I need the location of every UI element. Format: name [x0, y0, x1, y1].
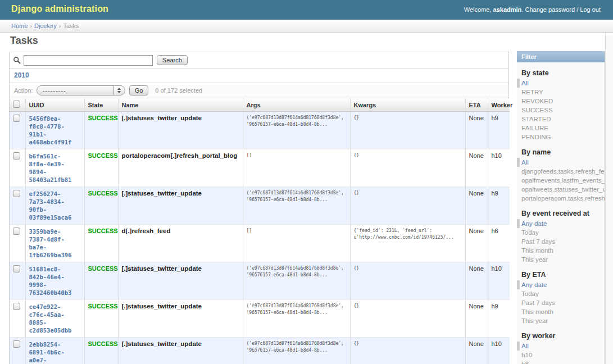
- filter-option-link[interactable]: h10: [521, 352, 532, 358]
- row-checkbox[interactable]: [13, 190, 20, 197]
- date-hierarchy-year-link[interactable]: 2010: [14, 71, 29, 79]
- uuid-line: 7387-4d8f-: [29, 235, 81, 243]
- filter-option-link[interactable]: This month: [521, 247, 553, 254]
- filter-option-link[interactable]: This year: [521, 317, 548, 324]
- uuid-line: 3359ba9e-: [29, 228, 81, 235]
- uuid-link[interactable]: 5456f8ea-f8c8-4778-91b1-a468abc4f91f: [29, 115, 81, 146]
- uuid-line: 9998-: [29, 281, 81, 289]
- select-all-checkbox[interactable]: [13, 101, 20, 108]
- uuid-line: 8885-: [29, 319, 81, 326]
- filter-option-link[interactable]: This year: [521, 256, 548, 263]
- table-row: 51681ec8-842b-46e4-9998-7632460b40b3SUCC…: [10, 262, 510, 300]
- filter-option-link[interactable]: opaltweets.statuses_twitter_upd: [521, 186, 605, 193]
- uuid-line: a0e7-: [29, 356, 81, 364]
- filter-option-link[interactable]: All: [521, 343, 529, 349]
- uuid-line: 7632460b40b3: [29, 289, 81, 297]
- filter-option-link[interactable]: All: [521, 80, 529, 87]
- logout-link[interactable]: Log out: [580, 6, 601, 13]
- filter-option-link[interactable]: Any date: [521, 220, 547, 227]
- uuid-cell: 3359ba9e-7387-4d8f-ba7e-1fb6269ba396: [25, 225, 84, 262]
- row-checkbox[interactable]: [13, 303, 20, 310]
- uuid-link[interactable]: ef256274-7a73-4834-90fb-03f89e15aca6: [29, 190, 81, 221]
- column-header-uuid[interactable]: UUID: [25, 98, 84, 112]
- filter-option-link[interactable]: Past 7 days: [521, 238, 555, 245]
- row-checkbox[interactable]: [13, 265, 20, 272]
- filter-option-link[interactable]: RETRY: [521, 89, 543, 95]
- filter-sections: By stateAllRETRYREVOKEDSUCCESSSTARTEDFAI…: [517, 69, 605, 364]
- filter-option-link[interactable]: djangofeeds.tasks.refresh_feed: [521, 168, 605, 175]
- state-cell: SUCCESS: [84, 149, 118, 187]
- vertical-scrollbar[interactable]: [605, 33, 613, 364]
- kwargs-line: {'feed_id': 231L, 'feed_url':: [354, 228, 462, 234]
- filter-option-link[interactable]: This month: [521, 308, 553, 315]
- go-button[interactable]: Go: [129, 85, 149, 95]
- uuid-link[interactable]: 2ebb8254-6891-4b6c-a0e7-4ab38cd94697: [29, 340, 81, 364]
- worker-cell: h9: [488, 300, 510, 338]
- kwargs-cell: {}: [350, 262, 465, 300]
- row-checkbox[interactable]: [13, 228, 20, 235]
- filter-option-link[interactable]: STARTED: [521, 116, 551, 122]
- breadcrumb-app-link[interactable]: Djcelery: [34, 22, 57, 29]
- filter-option-link[interactable]: REVOKED: [521, 98, 553, 104]
- args-line: ('e97c687d13d87f614a6d81768d8f3d8e',: [247, 265, 347, 272]
- filter-option-link[interactable]: Today: [521, 229, 539, 236]
- filter-option-list: AllRETRYREVOKEDSUCCESSSTARTEDFAILUREPEND…: [517, 79, 605, 142]
- search-input[interactable]: [24, 55, 153, 66]
- changelist-module: Search 2010 Action: --------- Go 0 of 17…: [9, 52, 509, 364]
- args-line: ('e97c687d13d87f614a6d81768d8f3d8e',: [247, 340, 347, 347]
- state-cell: SUCCESS: [84, 300, 118, 338]
- column-header-worker[interactable]: Worker: [488, 98, 510, 112]
- uuid-link[interactable]: b6fa561c-8f8a-4e39-9894-58403a21fb81: [29, 152, 81, 184]
- uuid-line: c76c-45aa-: [29, 311, 81, 319]
- uuid-line: b6fa561c-: [29, 152, 81, 160]
- kwargs-cell: {}: [350, 112, 465, 149]
- uuid-line: 5456f8ea-: [29, 115, 81, 122]
- column-header-name[interactable]: Name: [118, 98, 243, 112]
- row-checkbox[interactable]: [13, 152, 20, 160]
- column-header-args[interactable]: Args: [243, 98, 350, 112]
- filter-option-link[interactable]: FAILURE: [521, 125, 548, 131]
- filter-option-link[interactable]: PENDING: [521, 134, 551, 140]
- welcome-text: Welcome,: [464, 6, 493, 13]
- column-header-state[interactable]: State: [84, 98, 118, 112]
- uuid-line: 2ebb8254-: [29, 340, 81, 348]
- args-line: '96576157-e6ca-48d1-b8d4-8b...: [247, 310, 347, 316]
- row-checkbox[interactable]: [13, 115, 20, 122]
- change-password-link[interactable]: Change password: [525, 6, 575, 13]
- filter-option-link[interactable]: Past 7 days: [521, 299, 555, 306]
- name-cell: [.]statuses_twitter_update: [118, 262, 243, 300]
- eta-cell: None: [465, 187, 488, 225]
- filter-option-link[interactable]: h8: [521, 361, 529, 364]
- column-header-kwargs[interactable]: Kwargs: [350, 98, 465, 112]
- site-name: Django administration: [11, 4, 108, 14]
- filter-option: PENDING: [517, 133, 605, 142]
- uuid-link[interactable]: ce47e922-c76c-45aa-8885-c2d853e05dbb: [29, 303, 81, 334]
- filter-option-link[interactable]: All: [521, 159, 529, 166]
- uuid-cell: 2ebb8254-6891-4b6c-a0e7-4ab38cd94697: [25, 338, 84, 364]
- breadcrumb-separator: ›: [30, 22, 32, 29]
- filter-option-link[interactable]: Any date: [521, 281, 547, 288]
- uuid-line: 90fb-: [29, 206, 81, 213]
- filter-option-link[interactable]: Today: [521, 290, 539, 297]
- uuid-link[interactable]: 51681ec8-842b-46e4-9998-7632460b40b3: [29, 265, 81, 297]
- row-checkbox[interactable]: [13, 340, 20, 348]
- column-header-eta[interactable]: ETA: [465, 98, 488, 112]
- table-row: ce47e922-c76c-45aa-8885-c2d853e05dbbSUCC…: [10, 300, 510, 338]
- filter-option-link[interactable]: SUCCESS: [521, 107, 553, 113]
- filter-option-link[interactable]: opalfmevents.lastfm_events_upd: [521, 177, 605, 184]
- task-name: portaloperacom[.]refresh_portal_blog: [122, 152, 238, 159]
- kwargs-cell: {}: [350, 149, 465, 187]
- uuid-line: f8c8-4778-: [29, 122, 81, 130]
- breadcrumb-home-link[interactable]: Home: [11, 22, 28, 29]
- uuid-line: 8f8a-4e39-: [29, 160, 81, 168]
- status-badge: SUCCESS: [88, 265, 118, 272]
- action-label: Action:: [14, 87, 33, 94]
- action-select[interactable]: ---------: [37, 85, 125, 95]
- uuid-link[interactable]: 3359ba9e-7387-4d8f-ba7e-1fb6269ba396: [29, 228, 81, 259]
- username: askadmin: [493, 6, 522, 13]
- search-button[interactable]: Search: [157, 55, 188, 65]
- filter-option-link[interactable]: portaloperacom.tasks.refresh_po: [521, 195, 605, 202]
- filter-option: This month: [517, 307, 605, 316]
- table-row: 5456f8ea-f8c8-4778-91b1-a468abc4f91fSUCC…: [10, 112, 510, 149]
- filter-option: Today: [517, 289, 605, 298]
